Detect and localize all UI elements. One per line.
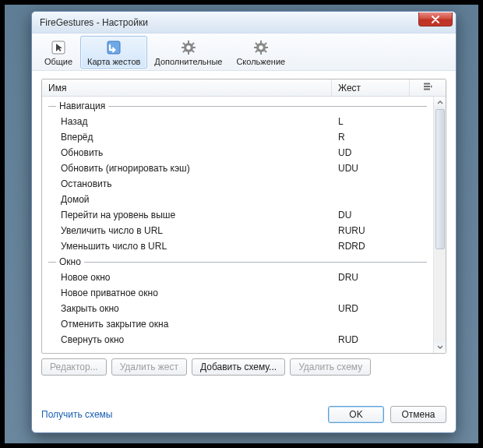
- list-item[interactable]: Свернуть окноRUD: [42, 332, 433, 347]
- list-item[interactable]: Закрыть окноURD: [42, 301, 433, 316]
- tab-gesture-map[interactable]: Карта жестов: [80, 36, 147, 69]
- gesture-name: Увеличить число в URL: [42, 225, 332, 236]
- gear-icon: [252, 39, 270, 56]
- scroll-down-arrow[interactable]: [434, 340, 446, 353]
- gesture-code: RDRD: [332, 241, 410, 252]
- gesture-code: R: [332, 132, 410, 143]
- get-schemes-link[interactable]: Получить схемы: [41, 409, 113, 420]
- list-item[interactable]: Отменить закрытие окна: [42, 316, 433, 332]
- column-picker[interactable]: [410, 79, 446, 96]
- gesture-icon: [105, 39, 122, 56]
- list-header: Имя Жест: [42, 79, 446, 97]
- content-area: Имя Жест Навигац: [32, 71, 456, 382]
- list-item[interactable]: Обновить (игнорировать кэш)UDU: [42, 161, 433, 176]
- dialog-footer: Получить схемы OK Отмена: [41, 406, 446, 423]
- list-item[interactable]: Новое окноDRU: [42, 270, 433, 285]
- gesture-code: DRU: [332, 272, 410, 283]
- tab-advanced[interactable]: Дополнительные: [147, 36, 229, 69]
- gesture-name: Отменить закрытие окна: [42, 319, 332, 330]
- gesture-name: Новое приватное окно: [42, 287, 332, 298]
- group-label: Навигация: [56, 101, 108, 111]
- svg-rect-14: [260, 51, 262, 55]
- gesture-code: UD: [332, 147, 410, 158]
- gesture-name: Перейти на уровень выше: [42, 210, 332, 220]
- column-header-name[interactable]: Имя: [42, 79, 332, 96]
- list-item[interactable]: Остановить: [42, 176, 433, 192]
- gesture-name: Закрыть окно: [42, 303, 332, 314]
- tab-general[interactable]: Общие: [37, 36, 80, 69]
- close-icon: [432, 16, 439, 23]
- list-item[interactable]: ОбновитьUD: [42, 145, 433, 161]
- gesture-name: Остановить: [42, 178, 332, 189]
- rows-container: НавигацияНазадLВперёдRОбновитьUDОбновить…: [42, 97, 433, 353]
- chevron-down-icon: [437, 341, 443, 352]
- gesture-code: UDU: [332, 163, 410, 174]
- gesture-name: Обновить: [42, 147, 332, 158]
- cursor-icon: [50, 39, 67, 56]
- cancel-button[interactable]: Отмена: [390, 406, 446, 423]
- tab-toolbar: Общие Карта жестов: [32, 34, 456, 71]
- svg-rect-24: [424, 88, 430, 90]
- gesture-name: Уменьшить число в URL: [42, 241, 332, 252]
- scroll-up-arrow[interactable]: [434, 97, 446, 109]
- list-item[interactable]: ВперёдR: [42, 129, 433, 145]
- svg-rect-4: [188, 51, 189, 55]
- svg-rect-16: [265, 47, 268, 48]
- gear-icon: [180, 39, 197, 56]
- scroll-thumb[interactable]: [435, 109, 445, 249]
- chevron-up-icon: [437, 97, 443, 108]
- list-item[interactable]: Новое приватное окно: [42, 285, 433, 301]
- list-item[interactable]: НазадL: [42, 114, 433, 129]
- list-item[interactable]: Увеличить число в URLRURU: [42, 223, 433, 238]
- tab-label: Общие: [44, 57, 72, 66]
- svg-rect-5: [182, 47, 185, 48]
- gesture-name: Обновить (игнорировать кэш): [42, 163, 332, 174]
- tab-wheel[interactable]: Скольжение: [229, 36, 292, 69]
- action-button-row: Редактор... Удалить жест Добавить схему.…: [41, 358, 446, 376]
- list-item[interactable]: Домой: [42, 192, 433, 207]
- column-header-gesture[interactable]: Жест: [332, 79, 410, 96]
- gesture-code: L: [332, 116, 410, 127]
- group-header: Навигация: [42, 98, 433, 114]
- scrollbar[interactable]: [433, 97, 446, 353]
- list-item[interactable]: Уменьшить число в URLRDRD: [42, 238, 433, 254]
- ok-button[interactable]: OK: [328, 406, 384, 423]
- window-title: FireGestures - Настройки: [40, 17, 148, 28]
- svg-rect-13: [260, 41, 262, 44]
- column-picker-icon: [424, 83, 432, 93]
- svg-rect-6: [192, 47, 196, 48]
- group-label: Окно: [56, 256, 84, 267]
- svg-rect-23: [424, 86, 430, 87]
- svg-point-11: [186, 45, 190, 49]
- dialog-window: FireGestures - Настройки Общие: [31, 11, 457, 433]
- delete-gesture-button[interactable]: Удалить жест: [111, 358, 187, 376]
- gesture-code: RURU: [332, 225, 410, 236]
- svg-rect-15: [254, 47, 257, 48]
- gesture-name: Домой: [42, 194, 332, 205]
- gesture-code: URD: [332, 303, 410, 314]
- gesture-name: Назад: [42, 116, 332, 127]
- gesture-code: DU: [332, 210, 410, 220]
- gesture-name: Новое окно: [42, 272, 332, 283]
- gesture-code: RUD: [332, 334, 410, 345]
- svg-rect-3: [188, 41, 189, 44]
- gesture-list: Имя Жест Навигац: [41, 79, 446, 354]
- gesture-name: Вперёд: [42, 132, 332, 143]
- tab-label: Дополнительные: [154, 57, 222, 66]
- titlebar: FireGestures - Настройки: [32, 12, 456, 34]
- close-button[interactable]: [418, 12, 453, 26]
- tab-label: Карта жестов: [87, 57, 140, 66]
- list-item[interactable]: Перейти на уровень вышеDU: [42, 207, 433, 223]
- editor-button[interactable]: Редактор...: [41, 358, 107, 376]
- list-body: НавигацияНазадLВперёдRОбновитьUDОбновить…: [42, 97, 446, 353]
- footer-buttons: OK Отмена: [328, 406, 446, 423]
- add-scheme-button[interactable]: Добавить схему...: [192, 358, 285, 376]
- svg-rect-22: [424, 83, 430, 84]
- delete-scheme-button[interactable]: Удалить схему: [290, 358, 371, 376]
- gesture-name: Свернуть окно: [42, 334, 332, 345]
- tab-label: Скольжение: [236, 57, 285, 66]
- svg-point-21: [259, 45, 263, 49]
- desktop: FireGestures - Настройки Общие: [5, 5, 478, 443]
- group-header: Окно: [42, 254, 433, 270]
